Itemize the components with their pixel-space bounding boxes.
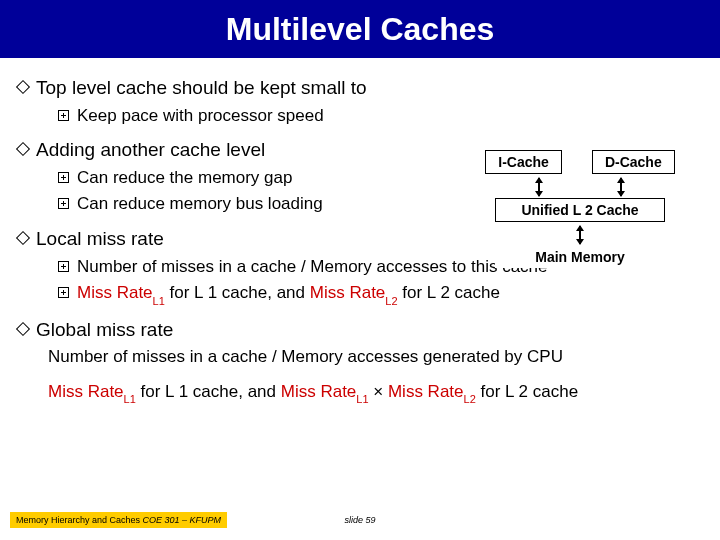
bullet-text: Adding another cache level (36, 139, 265, 160)
diamond-icon (16, 231, 30, 245)
diamond-icon (16, 321, 30, 335)
footer-slide-number: slide 59 (344, 515, 375, 525)
double-arrow-icon (538, 178, 540, 196)
cache-diagram: I-Cache D-Cache Unified L 2 Cache Main M… (460, 150, 700, 272)
box-icache: I-Cache (485, 150, 562, 174)
title-bar: Multilevel Caches (0, 0, 720, 58)
bullet-global-miss: Global miss rate (18, 316, 702, 344)
footer-left: Memory Hierarchy and Caches COE 301 – KF… (10, 512, 227, 528)
subbullet-local-rates: Miss RateL1 for L 1 cache, and Miss Rate… (18, 281, 702, 307)
box-dcache: D-Cache (592, 150, 675, 174)
bullet-text: Top level cache should be kept small to (36, 77, 367, 98)
subbullet-keep-pace: Keep pace with processor speed (18, 104, 702, 129)
bullet-toplevel: Top level cache should be kept small to (18, 74, 702, 102)
box-l2: Unified L 2 Cache (495, 198, 665, 222)
slide-title: Multilevel Caches (226, 11, 495, 48)
double-arrow-icon (579, 226, 581, 244)
line-global-def: Number of misses in a cache / Memory acc… (18, 345, 702, 370)
plus-icon (58, 287, 69, 298)
plus-icon (58, 261, 69, 272)
box-main-memory: Main Memory (495, 246, 665, 268)
diamond-icon (16, 142, 30, 156)
bullet-text: Global miss rate (36, 319, 173, 340)
double-arrow-icon (620, 178, 622, 196)
diamond-icon (16, 80, 30, 94)
plus-icon (58, 172, 69, 183)
line-global-rates: Miss RateL1 for L 1 cache, and Miss Rate… (18, 380, 702, 406)
plus-icon (58, 198, 69, 209)
bullet-text: Local miss rate (36, 228, 164, 249)
plus-icon (58, 110, 69, 121)
